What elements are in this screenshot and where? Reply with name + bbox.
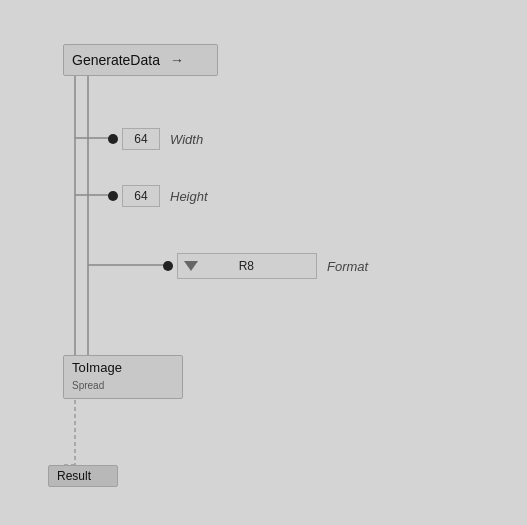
- format-value: R8: [204, 259, 264, 273]
- generate-data-arrow: →: [170, 52, 184, 68]
- result-node[interactable]: Result: [48, 465, 118, 487]
- format-label: Format: [327, 259, 368, 274]
- format-row: R8 Format: [163, 253, 368, 279]
- generate-data-node[interactable]: GenerateData →: [63, 44, 218, 76]
- to-image-node[interactable]: ToImage Spread: [63, 355, 183, 399]
- width-label: Width: [170, 132, 203, 147]
- width-input[interactable]: 64: [122, 128, 160, 150]
- to-image-subtitle: Spread: [64, 379, 182, 395]
- height-label: Height: [170, 189, 208, 204]
- result-label: Result: [49, 465, 99, 487]
- to-image-label: ToImage: [64, 356, 182, 379]
- dropdown-triangle-icon: [184, 261, 198, 271]
- format-dropdown[interactable]: R8: [177, 253, 317, 279]
- height-row: 64 Height: [108, 185, 208, 207]
- width-port[interactable]: [108, 134, 118, 144]
- format-port[interactable]: [163, 261, 173, 271]
- height-input[interactable]: 64: [122, 185, 160, 207]
- width-row: 64 Width: [108, 128, 203, 150]
- generate-data-label: GenerateData: [64, 48, 168, 72]
- height-port[interactable]: [108, 191, 118, 201]
